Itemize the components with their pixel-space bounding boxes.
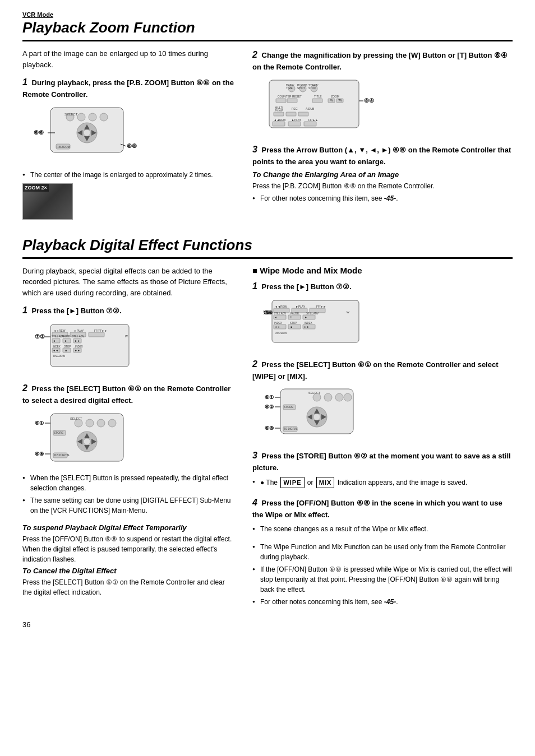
- wipe-step2-heading: 2 Press the [SELECT] Button ⑥① on the Re…: [252, 358, 513, 382]
- s2-step2-block: 2 Press the [SELECT] Button ⑥① on the Re…: [22, 382, 236, 516]
- svg-text:ZOOM: ZOOM: [331, 95, 339, 98]
- section2-title: Playback Digital Effect Functions: [22, 236, 513, 254]
- svg-text:◄◄: ◄◄: [53, 349, 58, 352]
- s2-step1-diagram: ◄◄REW ►PLAY FF/FF►► W ◄ ► ►► STILL ADV P…: [34, 322, 236, 374]
- change-area-text: Press the [P.B. ZOOM] Button ⑥⑥ on the R…: [252, 181, 513, 191]
- section2-divider: [22, 257, 513, 259]
- svg-text:SELECT: SELECT: [64, 113, 78, 116]
- svg-text:W: W: [330, 99, 333, 102]
- svg-rect-50: [304, 122, 316, 126]
- s2-step1-block: 1 Press the [►] Button ⑦②. ◄◄REW ►PLAY F…: [22, 304, 236, 374]
- svg-text:►: ►: [64, 339, 67, 342]
- step-2-block: 2 Change the magnification by pressing t…: [252, 48, 513, 135]
- page-title: Playback Zoom Function: [22, 19, 513, 36]
- svg-text:◄◄: ◄◄: [274, 325, 280, 328]
- svg-text:⑥⑥: ⑥⑥: [34, 129, 44, 136]
- svg-point-136: [324, 393, 332, 401]
- wipe-note-2: If the [OFF/ON] Button ⑥⑧ is pressed whi…: [252, 564, 513, 595]
- svg-point-146: [313, 414, 320, 420]
- svg-text:SHOT: SHOT: [297, 86, 305, 90]
- svg-text:►►: ►►: [75, 339, 80, 342]
- svg-text:STILL ADV: STILL ADV: [72, 335, 84, 338]
- svg-text:DSC/2DIN: DSC/2DIN: [275, 332, 287, 335]
- section-divider-top: [22, 40, 513, 41]
- svg-rect-32: [287, 99, 297, 103]
- svg-text:⑥⑧: ⑥⑧: [127, 143, 137, 149]
- wipe-step3-heading: 3 Press the [STORE] Button ⑥② at the mom…: [252, 449, 513, 474]
- svg-text:COUNTER RESET: COUNTER RESET: [278, 95, 302, 98]
- svg-rect-42: [274, 112, 284, 116]
- wipe-step4-heading: 4 Press the [OFF/ON] Button ⑥⑧ in the sc…: [252, 496, 513, 521]
- step-1-block: 1 During playback, press the [P.B. ZOOM]…: [22, 76, 236, 220]
- remote-diagram-2: DATE/ TIME PHOTO SHOT START/ STOP COUNTE…: [264, 77, 376, 133]
- svg-text:PAUSE: PAUSE: [62, 335, 70, 338]
- svg-text:DSC/2DIN: DSC/2DIN: [53, 355, 65, 358]
- svg-text:►: ►: [305, 316, 307, 319]
- svg-point-138: [344, 393, 352, 401]
- wipe-step1-heading: 1 Press the [►] Button ⑦②.: [252, 280, 513, 293]
- svg-text:FF/►►: FF/►►: [308, 118, 318, 122]
- svg-text:PAUSE: PAUSE: [290, 312, 299, 315]
- wipe-note-1: The Wipe Function and Mix Function can b…: [252, 542, 513, 562]
- svg-text:►PLAY: ►PLAY: [292, 118, 302, 122]
- svg-text:STILL ADV: STILL ADV: [274, 312, 286, 315]
- svg-text:INDEX: INDEX: [53, 345, 61, 348]
- svg-text:REC: REC: [292, 107, 298, 110]
- svg-text:TO DIGITAL: TO DIGITAL: [284, 428, 298, 430]
- svg-point-88: [108, 419, 116, 427]
- wipe-note-3: For other notes concerning this item, se…: [252, 597, 513, 607]
- wipe-step4-bullet: The scene changes as a result of the Wip…: [252, 524, 513, 534]
- wipe-step1-diagram: ◄◄REW ►PLAY FF/►► W STILL ADV PAUSE STIL…: [264, 298, 513, 350]
- svg-text:STOP: STOP: [290, 322, 297, 324]
- svg-point-135: [313, 393, 321, 401]
- s2-step2-bullet1: When the [SELECT] Button is pressed repe…: [22, 473, 236, 493]
- svg-text:W: W: [339, 99, 342, 102]
- step-3-heading: 3 Press the Arrow Button (▲, ▼, ◄, ►) ⑥⑥…: [252, 143, 513, 168]
- svg-text:FF/FF►►: FF/FF►►: [94, 329, 108, 332]
- svg-rect-44: [298, 112, 308, 116]
- remote-s2-2: SELECT STORE P.: [34, 411, 146, 467]
- wipe-step2: 2 Press the [SELECT] Button ⑥① on the Re…: [252, 358, 513, 442]
- s2-step2-heading: 2 Press the [SELECT] Button ⑥① on the Re…: [22, 382, 236, 406]
- svg-rect-31: [276, 99, 286, 103]
- svg-text:◄: ◄: [53, 339, 56, 342]
- svg-text:A.DUB: A.DUB: [306, 107, 315, 110]
- svg-point-96: [84, 438, 90, 445]
- svg-text:II: II: [290, 316, 292, 319]
- svg-text:►PLAY: ►PLAY: [74, 329, 84, 332]
- svg-text:◄: ◄: [274, 316, 277, 319]
- s2-step2-diagram: SELECT STORE P.: [34, 411, 236, 469]
- svg-text:STORE: STORE: [284, 405, 294, 409]
- svg-text:⑦②: ⑦②: [264, 310, 270, 316]
- svg-text:■: ■: [290, 325, 292, 328]
- svg-text:W: W: [347, 310, 349, 314]
- svg-text:■: ■: [65, 349, 67, 352]
- svg-text:⑥①: ⑥①: [265, 395, 274, 400]
- step1-diagram: SELECT P.B.ZOOM ⑥⑥ ⑥⑧: [34, 105, 236, 165]
- mix-indicator: MIX: [316, 477, 335, 489]
- remote-s2-1: ◄◄REW ►PLAY FF/FF►► W ◄ ► ►► STILL ADV P…: [34, 322, 146, 372]
- svg-text:P.B.DIGITAL: P.B.DIGITAL: [54, 453, 70, 457]
- wipe-step2-diagram: SELECT STORE TO: [264, 386, 513, 441]
- svg-text:INDEX: INDEX: [75, 345, 83, 348]
- svg-point-3: [89, 113, 96, 121]
- remote-wipe-1: ◄◄REW ►PLAY FF/►► W STILL ADV PAUSE STIL…: [264, 298, 376, 348]
- zoom-preview: ZOOM 2×: [22, 183, 73, 220]
- svg-text:P-IN-P: P-IN-P: [275, 109, 284, 112]
- remote-diagram-1: SELECT P.B.ZOOM ⑥⑥ ⑥⑧: [34, 105, 146, 164]
- svg-text:►►: ►►: [75, 349, 80, 352]
- svg-text:◄◄REW: ◄◄REW: [53, 329, 66, 332]
- svg-text:TIME: TIME: [286, 86, 293, 90]
- cancel-text: Press the [SELECT] Button ⑥① on the Remo…: [22, 577, 236, 597]
- svg-text:TITLE: TITLE: [314, 95, 322, 98]
- svg-rect-48: [273, 122, 285, 126]
- svg-text:FF/►►: FF/►►: [316, 305, 326, 308]
- svg-text:►►: ►►: [304, 325, 310, 328]
- step2-diagram: DATE/ TIME PHOTO SHOT START/ STOP COUNTE…: [264, 77, 513, 135]
- svg-text:⑥①: ⑥①: [35, 420, 44, 426]
- svg-point-10: [84, 129, 90, 136]
- svg-text:P.B.ZOOM: P.B.ZOOM: [57, 145, 70, 149]
- intro-text: A part of the image can be enlarged up t…: [22, 48, 236, 70]
- svg-point-86: [86, 419, 94, 427]
- section2-intro: During playback, special digital effects…: [22, 266, 236, 299]
